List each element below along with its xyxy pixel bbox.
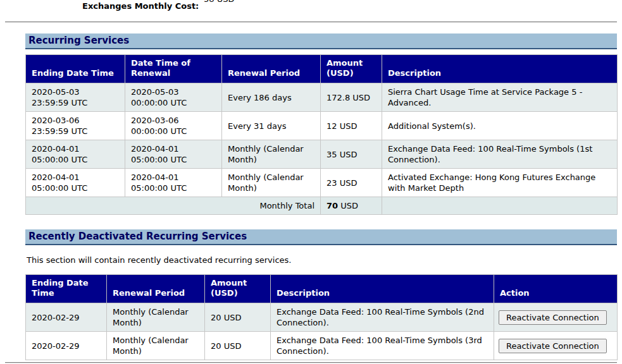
col-header-renewal-period: Renewal Period <box>107 275 205 303</box>
ending-date-cell: 2020-02-29 <box>26 332 107 360</box>
exchanges-monthly-cost-value: 58 USD <box>204 0 234 4</box>
col-header-action: Action <box>494 275 618 303</box>
description-cell: Activated Exchange: Hong Kong Futures Ex… <box>382 169 618 197</box>
description-cell: Additional System(s). <box>382 112 618 140</box>
col-header-ending-date-time: Ending Date Time <box>26 55 125 83</box>
renewal-date-cell: 2020-04-01 05:00:00 UTC <box>125 169 222 197</box>
renewal-period-cell: Every 31 days <box>222 112 321 140</box>
ending-date-cell: 2020-03-06 23:59:59 UTC <box>26 112 125 140</box>
col-header-renewal-period: Renewal Period <box>222 55 321 83</box>
renewal-period-cell: Monthly (Calendar Month) <box>107 303 205 332</box>
recurring-services-table: Ending Date Time Date Time of Renewal Re… <box>25 54 618 215</box>
ending-date-cell: 2020-04-01 05:00:00 UTC <box>26 140 125 169</box>
col-header-date-time-of-renewal: Date Time of Renewal <box>125 55 222 83</box>
amount-cell: 172.8 USD <box>321 83 382 112</box>
monthly-total-value: 70 <box>327 201 338 210</box>
top-divider <box>5 21 617 23</box>
amount-cell: 35 USD <box>321 140 382 169</box>
amount-cell: 12 USD <box>321 112 382 140</box>
renewal-period-cell: Monthly (Calendar Month) <box>107 332 205 360</box>
table-row: 2020-02-29 Monthly (Calendar Month) 20 U… <box>26 303 618 332</box>
renewal-date-cell: 2020-05-03 00:00:00 UTC <box>125 83 222 112</box>
description-cell: Sierra Chart Usage Time at Service Packa… <box>382 83 618 112</box>
billing-page: { "top": { "label": "Exchanges Monthly C… <box>0 0 622 364</box>
ending-date-cell: 2020-02-29 <box>26 303 107 332</box>
renewal-period-cell: Monthly (Calendar Month) <box>222 169 321 197</box>
reactivate-connection-button[interactable]: Reactivate Connection <box>499 339 607 353</box>
table-row: 2020-05-03 23:59:59 UTC 2020-05-03 00:00… <box>26 83 618 112</box>
col-header-description: Description <box>271 275 494 303</box>
renewal-date-cell: 2020-03-06 00:00:00 UTC <box>125 112 222 140</box>
renewal-period-cell: Monthly (Calendar Month) <box>222 140 321 169</box>
action-cell: Reactivate Connection <box>494 332 618 360</box>
reactivate-connection-button[interactable]: Reactivate Connection <box>499 310 607 325</box>
deactivated-services-table: Ending Date Time Renewal Period Amount (… <box>25 274 618 360</box>
ending-date-cell: 2020-04-01 05:00:00 UTC <box>26 169 125 197</box>
table-row: 2020-04-01 05:00:00 UTC 2020-04-01 05:00… <box>26 169 618 197</box>
table-row: 2020-04-01 05:00:00 UTC 2020-04-01 05:00… <box>26 140 618 169</box>
col-header-description: Description <box>382 55 618 83</box>
renewal-date-cell: 2020-04-01 05:00:00 UTC <box>125 140 222 169</box>
ending-date-cell: 2020-05-03 23:59:59 UTC <box>26 83 125 112</box>
exchanges-monthly-cost-label: Exchanges Monthly Cost: <box>82 1 199 11</box>
amount-cell: 20 USD <box>205 303 271 332</box>
bottom-divider <box>5 362 617 363</box>
table-header-row: Ending Date Time Renewal Period Amount (… <box>26 275 618 303</box>
description-cell: Exchange Data Feed: 100 Real-Time Symbol… <box>382 140 618 169</box>
amount-cell: 20 USD <box>205 332 271 360</box>
monthly-total-label: Monthly Total <box>26 197 321 215</box>
deactivated-services-note: This section will contain recently deact… <box>27 255 622 265</box>
recurring-services-title: Recurring Services <box>25 33 617 49</box>
col-header-amount-usd: Amount (USD) <box>205 275 271 303</box>
deactivated-services-title: Recently Deactivated Recurring Services <box>25 229 617 245</box>
amount-cell: 23 USD <box>321 169 382 197</box>
monthly-total-amount: 70 USD <box>321 197 382 215</box>
action-cell: Reactivate Connection <box>494 303 618 332</box>
table-row: 2020-03-06 23:59:59 UTC 2020-03-06 00:00… <box>26 112 618 140</box>
table-header-row: Ending Date Time Date Time of Renewal Re… <box>26 55 618 83</box>
description-cell: Exchange Data Feed: 100 Real-Time Symbol… <box>271 332 494 360</box>
exchanges-monthly-cost-row: Exchanges Monthly Cost: 58 USD <box>0 0 622 13</box>
col-header-ending-date-time: Ending Date Time <box>26 275 107 303</box>
col-header-amount-usd: Amount (USD) <box>321 55 382 83</box>
monthly-total-empty-cell <box>382 197 618 215</box>
table-row: 2020-02-29 Monthly (Calendar Month) 20 U… <box>26 332 618 360</box>
description-cell: Exchange Data Feed: 100 Real-Time Symbol… <box>271 303 494 332</box>
monthly-total-row: Monthly Total 70 USD <box>26 197 618 215</box>
renewal-period-cell: Every 186 days <box>222 83 321 112</box>
monthly-total-unit: USD <box>338 201 358 210</box>
